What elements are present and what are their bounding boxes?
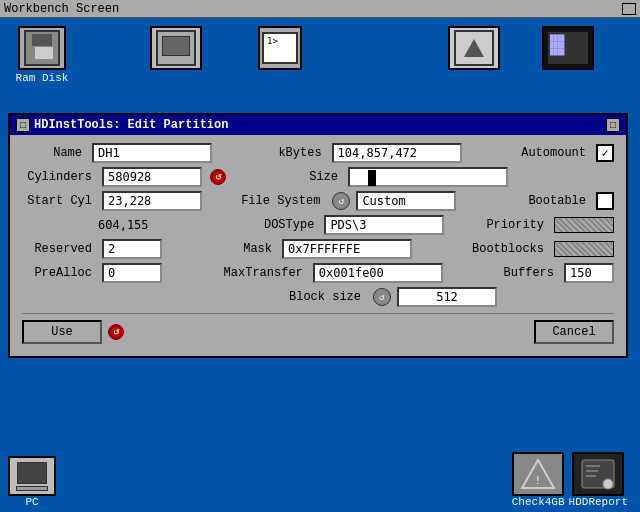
cancel-label: Cancel bbox=[552, 325, 595, 339]
blocksize-cycle-button[interactable]: ↺ bbox=[373, 288, 391, 306]
shell-shape: 1> bbox=[262, 32, 298, 64]
wbscreen-icon[interactable] bbox=[442, 26, 506, 84]
buffers-label: Buffers bbox=[504, 266, 554, 280]
bootable-checkbox[interactable] bbox=[596, 192, 614, 210]
mask-label: Mask bbox=[222, 242, 272, 256]
dialog-resize-button[interactable]: □ bbox=[606, 118, 620, 132]
wbscreen-icon-img bbox=[448, 26, 500, 70]
svg-text:!: ! bbox=[537, 475, 540, 486]
dostype-input[interactable] bbox=[324, 215, 444, 235]
reserved-label: Reserved bbox=[22, 242, 92, 256]
check4gb-icon-img: ! bbox=[512, 452, 564, 496]
ramdisk-label: Ram Disk bbox=[16, 72, 69, 84]
bottom-icons: PC ! Check4GB bbox=[0, 452, 640, 512]
use-button[interactable]: Use bbox=[22, 320, 102, 344]
maxtransfer-input[interactable] bbox=[313, 263, 443, 283]
dialog-close-button[interactable]: □ bbox=[16, 118, 30, 132]
monitor-icon-img bbox=[150, 26, 202, 70]
wb-titlebar: Workbench Screen bbox=[0, 0, 640, 18]
cylinders-cycle-button[interactable]: ↺ bbox=[210, 169, 226, 185]
row-prealloc-maxtransfer: PreAlloc MaxTransfer Buffers bbox=[22, 263, 614, 283]
dostype-label: DOSType bbox=[234, 218, 314, 232]
cylinders-input[interactable] bbox=[102, 167, 202, 187]
tv-icon[interactable]: ████████████ bbox=[536, 26, 600, 84]
mask-input[interactable] bbox=[282, 239, 412, 259]
kbytes-label: kBytes bbox=[272, 146, 322, 160]
desktop: Ram Disk 1> bbox=[0, 18, 640, 512]
priority-hatch bbox=[554, 217, 614, 233]
dialog-body: Name kBytes Automount ✓ Cylinders ↺ Size bbox=[10, 135, 626, 356]
name-input[interactable] bbox=[92, 143, 212, 163]
buffers-input[interactable] bbox=[564, 263, 614, 283]
button-row: Use ↺ Cancel bbox=[22, 320, 614, 344]
wb-resize-corner[interactable] bbox=[622, 3, 636, 15]
dialog-title: HDInstTools: Edit Partition bbox=[34, 118, 228, 132]
use-label: Use bbox=[51, 325, 73, 339]
reserved-input[interactable] bbox=[102, 239, 162, 259]
prealloc-input[interactable] bbox=[102, 263, 162, 283]
prealloc-label: PreAlloc bbox=[22, 266, 92, 280]
pc-desktop-icon[interactable]: PC bbox=[8, 456, 56, 508]
maxtransfer-label: MaxTransfer bbox=[223, 266, 303, 280]
kbytes-input[interactable] bbox=[332, 143, 462, 163]
filesystem-label: File System bbox=[240, 194, 320, 208]
startcyl-input[interactable] bbox=[102, 191, 202, 211]
svg-text:↺: ↺ bbox=[215, 173, 222, 182]
hddreport-label: HDDReport bbox=[569, 496, 628, 508]
edit-partition-dialog: □ HDInstTools: Edit Partition □ Name kBy… bbox=[8, 113, 628, 358]
monitor-screen bbox=[162, 36, 190, 56]
hddreport-icon-img bbox=[572, 452, 624, 496]
bootblocks-hatch bbox=[554, 241, 614, 257]
check4gb-desktop-icon[interactable]: ! Check4GB bbox=[512, 452, 565, 508]
bootblocks-label: Bootblocks bbox=[472, 242, 544, 256]
filesystem-cycle-button[interactable]: ↺ bbox=[332, 192, 350, 210]
tv-screen: ████████████ bbox=[548, 32, 588, 64]
size-label: Size bbox=[298, 170, 338, 184]
wb-title: Workbench Screen bbox=[4, 2, 119, 16]
blocksize-label: Block size bbox=[281, 290, 361, 304]
dialog-titlebar: □ HDInstTools: Edit Partition □ bbox=[10, 115, 626, 135]
automount-label: Automount bbox=[521, 146, 586, 160]
floppy-shape bbox=[24, 30, 60, 66]
svg-point-9 bbox=[603, 479, 613, 489]
row-extra-dostype: 604,155 DOSType Priority bbox=[22, 215, 614, 235]
ramdisk-icon-img bbox=[18, 26, 66, 70]
triangle-shape bbox=[454, 30, 494, 66]
automount-checkbox[interactable]: ✓ bbox=[596, 144, 614, 162]
size-thumb bbox=[368, 170, 376, 186]
ramdisk-icon[interactable]: Ram Disk bbox=[10, 26, 74, 84]
row-cylinders-size: Cylinders ↺ Size bbox=[22, 167, 614, 187]
filesystem-input[interactable] bbox=[356, 191, 456, 211]
row-reserved-mask: Reserved Mask Bootblocks bbox=[22, 239, 614, 259]
tv-icon-img: ████████████ bbox=[542, 26, 594, 70]
triangle-inner bbox=[464, 39, 484, 57]
pc-label: PC bbox=[25, 496, 38, 508]
cylinders-label: Cylinders bbox=[22, 170, 92, 184]
shell-icon-img: 1> bbox=[258, 26, 302, 70]
bootable-label: Bootable bbox=[528, 194, 586, 208]
startcyl-label: Start Cyl bbox=[22, 194, 92, 208]
blocksize-input[interactable] bbox=[397, 287, 497, 307]
name-label: Name bbox=[22, 146, 82, 160]
use-cycle-button[interactable]: ↺ bbox=[108, 324, 124, 340]
extra-value: 604,155 bbox=[98, 218, 198, 232]
hddreport-desktop-icon[interactable]: HDDReport bbox=[569, 452, 628, 508]
check4gb-label: Check4GB bbox=[512, 496, 565, 508]
shell-icon[interactable]: 1> bbox=[248, 26, 312, 84]
cancel-button[interactable]: Cancel bbox=[534, 320, 614, 344]
pc-icon-img bbox=[8, 456, 56, 496]
priority-label: Priority bbox=[486, 218, 544, 232]
row-blocksize: Block size ↺ bbox=[22, 287, 614, 307]
desktop-icons-row: Ram Disk 1> bbox=[0, 18, 640, 92]
monitor-icon[interactable] bbox=[144, 26, 208, 84]
row-name-kbytes: Name kBytes Automount ✓ bbox=[22, 143, 614, 163]
dialog-separator bbox=[22, 313, 614, 314]
size-slider[interactable] bbox=[348, 167, 508, 187]
monitor-shape bbox=[156, 30, 196, 66]
svg-text:↺: ↺ bbox=[113, 328, 120, 337]
row-startcyl-fs: Start Cyl File System ↺ Bootable bbox=[22, 191, 614, 211]
